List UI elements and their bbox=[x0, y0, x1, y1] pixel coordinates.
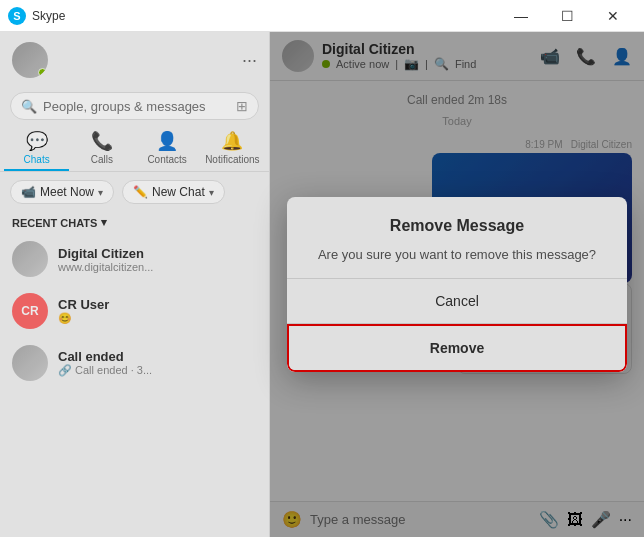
chat-name: CR User bbox=[58, 297, 257, 312]
chat-window: Digital Citizen Active now | 📷 | 🔍 Find … bbox=[270, 32, 644, 537]
modal-overlay: Remove Message Are you sure you want to … bbox=[270, 32, 644, 537]
app-title: Skype bbox=[32, 9, 65, 23]
recent-chats-label: RECENT CHATS bbox=[12, 217, 97, 229]
chat-list: Digital Citizen www.digitalcitizen... CR… bbox=[0, 233, 269, 537]
minimize-button[interactable]: — bbox=[498, 0, 544, 32]
calls-icon: 📞 bbox=[91, 130, 113, 152]
tab-chats-label: Chats bbox=[24, 154, 50, 165]
grid-icon[interactable]: ⊞ bbox=[236, 98, 248, 114]
list-item[interactable]: Call ended 🔗 Call ended · 3... bbox=[0, 337, 269, 389]
avatar bbox=[12, 241, 48, 277]
search-input[interactable] bbox=[43, 99, 230, 114]
more-options-button[interactable]: ··· bbox=[242, 50, 257, 71]
modal-body: Are you sure you want to remove this mes… bbox=[287, 247, 627, 278]
close-button[interactable]: ✕ bbox=[590, 0, 636, 32]
meet-now-label: Meet Now bbox=[40, 185, 94, 199]
chat-preview: www.digitalcitizen... bbox=[58, 261, 257, 273]
user-avatar-area[interactable] bbox=[12, 42, 48, 78]
status-indicator bbox=[38, 68, 47, 77]
chat-info: Digital Citizen www.digitalcitizen... bbox=[58, 246, 257, 273]
tab-calls[interactable]: 📞 Calls bbox=[69, 124, 134, 171]
list-item[interactable]: CR CR User 😊 bbox=[0, 285, 269, 337]
tab-notifications[interactable]: 🔔 Notifications bbox=[200, 124, 265, 171]
chat-preview: 😊 bbox=[58, 312, 257, 325]
tab-contacts[interactable]: 👤 Contacts bbox=[135, 124, 200, 171]
remove-button-wrap: Remove bbox=[287, 324, 627, 372]
meet-now-icon: 📹 bbox=[21, 185, 36, 199]
new-chat-icon: ✏️ bbox=[133, 185, 148, 199]
maximize-button[interactable]: ☐ bbox=[544, 0, 590, 32]
sidebar: ··· 🔍 ⊞ 💬 Chats 📞 Calls 👤 Contacts 🔔 bbox=[0, 32, 270, 537]
sidebar-header: ··· bbox=[0, 32, 269, 88]
title-bar: S Skype — ☐ ✕ bbox=[0, 0, 644, 32]
chat-info: Call ended 🔗 Call ended · 3... bbox=[58, 349, 257, 377]
new-chat-label: New Chat bbox=[152, 185, 205, 199]
tab-calls-label: Calls bbox=[91, 154, 113, 165]
new-chat-chevron-icon: ▾ bbox=[209, 187, 214, 198]
recent-chats-chevron-icon: ▾ bbox=[101, 216, 107, 229]
modal-title: Remove Message bbox=[287, 197, 627, 247]
title-bar-left: S Skype bbox=[8, 7, 65, 25]
avatar-initials: CR bbox=[21, 304, 38, 318]
avatar: CR bbox=[12, 293, 48, 329]
remove-message-modal: Remove Message Are you sure you want to … bbox=[287, 197, 627, 372]
chat-info: CR User 😊 bbox=[58, 297, 257, 325]
remove-button[interactable]: Remove bbox=[289, 326, 625, 370]
list-item[interactable]: Digital Citizen www.digitalcitizen... bbox=[0, 233, 269, 285]
chat-preview: 🔗 Call ended · 3... bbox=[58, 364, 257, 377]
tab-chats[interactable]: 💬 Chats bbox=[4, 124, 69, 171]
skype-icon: S bbox=[8, 7, 26, 25]
avatar[interactable] bbox=[12, 42, 48, 78]
tab-contacts-label: Contacts bbox=[147, 154, 186, 165]
cancel-button[interactable]: Cancel bbox=[287, 279, 627, 323]
meet-now-button[interactable]: 📹 Meet Now ▾ bbox=[10, 180, 114, 204]
window-controls: — ☐ ✕ bbox=[498, 0, 636, 32]
contacts-icon: 👤 bbox=[156, 130, 178, 152]
avatar bbox=[12, 345, 48, 381]
search-icon: 🔍 bbox=[21, 99, 37, 114]
chat-name: Call ended bbox=[58, 349, 257, 364]
nav-tabs: 💬 Chats 📞 Calls 👤 Contacts 🔔 Notificatio… bbox=[0, 124, 269, 172]
main-layout: ··· 🔍 ⊞ 💬 Chats 📞 Calls 👤 Contacts 🔔 bbox=[0, 32, 644, 537]
chats-icon: 💬 bbox=[26, 130, 48, 152]
notifications-icon: 🔔 bbox=[221, 130, 243, 152]
search-bar[interactable]: 🔍 ⊞ bbox=[10, 92, 259, 120]
action-buttons: 📹 Meet Now ▾ ✏️ New Chat ▾ bbox=[0, 172, 269, 212]
chat-name: Digital Citizen bbox=[58, 246, 257, 261]
tab-notifications-label: Notifications bbox=[205, 154, 259, 165]
meet-now-chevron-icon: ▾ bbox=[98, 187, 103, 198]
new-chat-button[interactable]: ✏️ New Chat ▾ bbox=[122, 180, 225, 204]
recent-chats-header[interactable]: RECENT CHATS ▾ bbox=[0, 212, 269, 233]
